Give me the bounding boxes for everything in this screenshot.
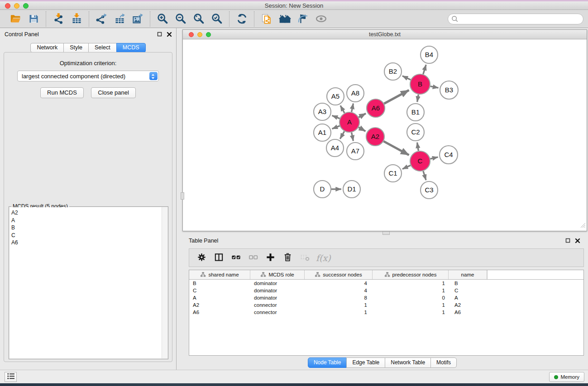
edge-A6-B[interactable] (384, 90, 409, 104)
cell[interactable]: 1 (373, 309, 449, 316)
tab-mcds[interactable]: MCDS (116, 43, 146, 52)
node-A8[interactable]: A8 (347, 85, 364, 102)
edge-B-B4[interactable] (423, 65, 426, 74)
import-table-button[interactable] (67, 11, 86, 27)
edge-A-A1[interactable] (332, 126, 340, 129)
tab-node-table[interactable]: Node Table (308, 357, 347, 368)
tab-network[interactable]: Network (30, 43, 64, 52)
memory-button[interactable]: Memory (549, 372, 584, 382)
cell[interactable]: 1 (305, 309, 373, 316)
node-A7[interactable]: A7 (347, 143, 364, 160)
export-image-button[interactable] (129, 11, 147, 27)
edge-B-B1[interactable] (417, 95, 419, 102)
resize-grip-icon[interactable] (579, 222, 586, 230)
cell[interactable]: A (449, 294, 487, 301)
table-row[interactable]: Adominator80A (189, 294, 583, 301)
hide-details-button[interactable] (294, 11, 312, 27)
edge-B-B2[interactable] (402, 76, 411, 80)
edge-C-C4[interactable] (430, 157, 438, 159)
cell[interactable]: 0 (373, 294, 449, 301)
node-A[interactable]: A (339, 112, 359, 132)
export-table-button[interactable] (110, 11, 129, 27)
edge-A-A3[interactable] (332, 115, 340, 118)
node-C1[interactable]: C1 (384, 165, 402, 182)
column-header-successor-nodes[interactable]: successor nodes (305, 270, 373, 279)
cell[interactable]: C (449, 287, 487, 294)
result-scrollbar[interactable] (162, 207, 167, 358)
cell[interactable]: connector (250, 301, 305, 309)
cell[interactable]: A6 (449, 309, 487, 316)
cell[interactable]: A2 (449, 301, 487, 309)
edge-A-A8[interactable] (352, 104, 354, 112)
column-header-name[interactable]: name (449, 270, 487, 279)
cell[interactable]: 1 (373, 287, 449, 294)
node-C3[interactable]: C3 (421, 181, 438, 199)
edge-C-C1[interactable] (402, 165, 411, 169)
node-B4[interactable]: B4 (421, 46, 438, 63)
column-header-shared-name[interactable]: shared name (189, 270, 250, 279)
edge-C-C3[interactable] (423, 171, 426, 180)
destroy-table-button[interactable] (296, 250, 313, 266)
node-A2[interactable]: A2 (366, 128, 384, 146)
cell[interactable]: 8 (305, 294, 373, 301)
save-session-button[interactable] (24, 11, 43, 27)
table-row[interactable]: A6connector11A6 (189, 309, 583, 316)
table-options-button[interactable] (193, 250, 210, 266)
search-input[interactable] (448, 14, 583, 24)
cell[interactable]: A2 (189, 301, 250, 309)
show-details-button[interactable] (312, 11, 330, 27)
tab-network-table[interactable]: Network Table (385, 357, 431, 368)
zoom-in-button[interactable] (153, 11, 172, 27)
node-C[interactable]: C (410, 151, 430, 171)
cell[interactable]: A (189, 294, 250, 301)
mcds-result-list[interactable]: A2ABCA6 (10, 207, 167, 358)
float-panel-icon[interactable] (157, 31, 163, 38)
float-table-panel-icon[interactable] (565, 238, 571, 246)
criterion-dropdown[interactable]: largest connected component (directed) (17, 71, 159, 81)
close-table-panel-icon[interactable] (574, 238, 581, 246)
new-network-button[interactable] (258, 11, 276, 27)
export-network-button[interactable] (92, 11, 110, 27)
cell[interactable]: 1 (305, 301, 373, 309)
node-C2[interactable]: C2 (407, 124, 424, 141)
cell[interactable]: B (449, 280, 487, 287)
zoom-out-button[interactable] (172, 11, 190, 27)
cell[interactable]: A6 (189, 309, 250, 316)
add-column-button[interactable] (262, 250, 279, 266)
select-all-button[interactable] (227, 250, 244, 266)
deselect-all-button[interactable] (244, 250, 262, 266)
cell[interactable]: 4 (305, 287, 373, 294)
cell[interactable]: 1 (373, 280, 449, 287)
network-window-titlebar[interactable]: testGlobe.txt (183, 30, 587, 39)
tab-motifs[interactable]: Motifs (430, 357, 457, 368)
table-row[interactable]: A2connector11A2 (189, 301, 583, 309)
node-D1[interactable]: D1 (343, 181, 360, 198)
edge-A-A5[interactable] (340, 105, 344, 113)
run-mcds-button[interactable]: Run MCDS (40, 87, 84, 98)
left-splitter-grip[interactable] (181, 192, 184, 200)
cell[interactable]: dominator (250, 280, 305, 287)
cell[interactable]: 4 (305, 280, 373, 287)
home-button[interactable] (276, 11, 294, 27)
node-B1[interactable]: B1 (407, 104, 424, 121)
node-B2[interactable]: B2 (384, 63, 402, 80)
show-columns-button[interactable] (210, 250, 227, 266)
function-builder-button[interactable]: f(x) (316, 253, 331, 263)
refresh-button[interactable] (233, 11, 251, 27)
zoom-fit-button[interactable] (190, 11, 208, 27)
zoom-selected-button[interactable] (208, 11, 226, 27)
edge-A-A6[interactable] (359, 114, 366, 118)
cell[interactable]: 1 (373, 301, 449, 309)
edge-B-B3[interactable] (430, 86, 439, 88)
node-D[interactable]: D (314, 181, 331, 198)
delete-columns-button[interactable] (279, 250, 296, 266)
close-panel-button[interactable]: Close panel (91, 87, 136, 98)
tab-edge-table[interactable]: Edge Table (346, 357, 385, 368)
column-header-predecessor-nodes[interactable]: predecessor nodes (373, 270, 449, 279)
open-session-button[interactable] (6, 11, 24, 27)
node-A1[interactable]: A1 (314, 124, 331, 141)
tab-select[interactable]: Select (88, 43, 117, 52)
table-row[interactable]: Cdominator41C (189, 287, 583, 294)
edge-A2-C[interactable] (383, 141, 409, 155)
node-A6[interactable]: A6 (367, 99, 385, 117)
